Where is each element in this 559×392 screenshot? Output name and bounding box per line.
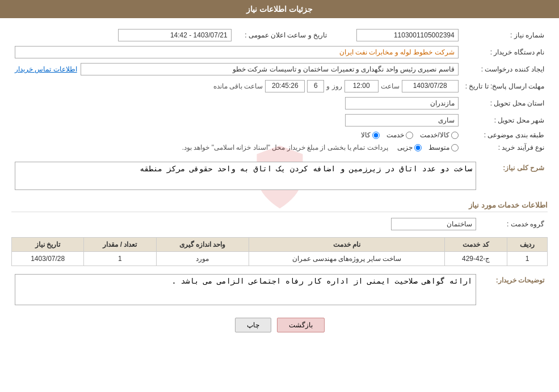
tarikh-elaan-label: تاریخ و ساعت اعلان عمومی : (235, 27, 337, 44)
radio-kala-input[interactable] (372, 132, 380, 139)
shomara-input[interactable]: 1103001105002394 (356, 29, 459, 41)
button-area: بازگشت چاپ (11, 318, 548, 332)
tabaqe-label: طبقه بندی موضوعی : (462, 129, 548, 141)
farayand-label: نوع فرآیند خرید : (462, 141, 548, 154)
content-area: شماره نیاز : 1103001105002394 تاریخ و سا… (0, 18, 559, 349)
radio-khedmat: خدمت (386, 131, 413, 139)
col-tarikh: تاریخ نیاز (12, 238, 84, 252)
page-title: جزئیات اطلاعات نیاز (246, 5, 313, 14)
cell-kod: ج-42-429 (445, 252, 507, 266)
cell-tedad: 1 (84, 252, 156, 266)
sharh-textarea[interactable] (15, 162, 476, 190)
sharh-label: شرح کلی نیاز: (480, 159, 548, 194)
nam-dastgah-label: نام دستگاه خریدار : (462, 44, 548, 61)
remaining-label: ساعت باقی مانده (213, 82, 263, 90)
shomara-value: 1103001105002394 (337, 27, 462, 44)
row-tabaqe: طبقه بندی موضوعی : کالا/خدمت خدمت (11, 129, 548, 141)
roz-label: روز و (326, 82, 342, 90)
main-info-table: شماره نیاز : 1103001105002394 تاریخ و سا… (11, 27, 548, 154)
group-khadmat-table: گروه خدمت : ساختمان (11, 216, 548, 233)
print-button[interactable]: چاپ (235, 318, 271, 332)
farayand-value: متوسط جزیی پرداخت تمام یا بخشی از مبلغ خ… (11, 141, 462, 154)
radio-kala-khedmat-input[interactable] (451, 132, 459, 139)
row-ostan: استان محل تحویل : مازندران (11, 95, 548, 112)
cell-vahed: مورد (156, 252, 249, 266)
tawsifat-value (11, 272, 480, 309)
date-input[interactable]: 1403/07/28 (402, 80, 459, 92)
row-mohlet: مهلت ارسال پاسخ: تا تاریخ : 1403/07/28 س… (11, 78, 548, 95)
cell-nam: ساخت سایر پروژه‌های مهندسی عمران (249, 252, 445, 266)
page-header: جزئیات اطلاعات نیاز (0, 0, 559, 18)
group-khadmat-input[interactable]: ساختمان (391, 218, 476, 230)
ijad-konande-label: ایجاد کننده درخواست : (462, 61, 548, 78)
shahr-value: ساری (11, 112, 462, 129)
radio-khedmat-label: خدمت (386, 131, 404, 139)
services-section-title: اطلاعات خدمات مورد نیاز (11, 201, 548, 212)
shomara-label: شماره نیاز : (462, 27, 548, 44)
ijad-konande-value: قاسم نصیری رئیس واحد نگهداری و تعمیرات س… (11, 61, 462, 78)
tawsifat-table: توضیحات خریدار: (11, 272, 548, 309)
farayand-row: متوسط جزیی پرداخت تمام یا بخشی از مبلغ خ… (15, 144, 459, 151)
sharh-value (11, 159, 480, 194)
page-wrapper: جزئیات اطلاعات نیاز شماره نیاز : 1103001… (0, 0, 559, 392)
back-button[interactable]: بازگشت (277, 318, 325, 332)
service-table-header: ردیف کد خدمت نام خدمت واحد اندازه گیری ت… (12, 238, 548, 252)
row-shomara: شماره نیاز : 1103001105002394 تاریخ و سا… (11, 27, 548, 44)
tawsifat-label: توضیحات خریدار: (480, 272, 548, 309)
tarikh-elaan-value: 1403/07/21 - 14:42 (11, 27, 235, 44)
farayand-desc: پرداخت تمام یا بخشی از مبلغ خریداز محل "… (182, 144, 388, 151)
row-ijad-konande: ایجاد کننده درخواست : قاسم نصیری رئیس وا… (11, 61, 548, 78)
row-farayand: نوع فرآیند خرید : متوسط جزیی (11, 141, 548, 154)
group-khadmat-value: ساختمان (11, 216, 480, 233)
tabaqe-radio-group: کالا/خدمت خدمت کالا (15, 131, 459, 139)
col-radif: ردیف (507, 238, 547, 252)
tabaqe-value: کالا/خدمت خدمت کالا (11, 129, 462, 141)
ostan-label: استان محل تحویل : (462, 95, 548, 112)
cell-radif: 1 (507, 252, 547, 266)
cell-tarikh: 1403/07/28 (12, 252, 84, 266)
col-kod: کد خدمت (445, 238, 507, 252)
sharh-table: شرح کلی نیاز: (11, 159, 548, 194)
ijad-konande-row: قاسم نصیری رئیس واحد نگهداری و تعمیرات س… (15, 63, 459, 75)
row-nam-dastgah: نام دستگاه خریدار : شرکت خطوط لوله و مخا… (11, 44, 548, 61)
radio-jozi-label: جزیی (397, 144, 413, 151)
radio-motevaset-label: متوسط (428, 144, 449, 151)
group-khadmat-row: گروه خدمت : ساختمان (11, 216, 548, 233)
contact-link[interactable]: اطلاعات تماس خریدار (15, 65, 77, 73)
col-vahed: واحد اندازه گیری (156, 238, 249, 252)
mohlet-value: 1403/07/28 ساعت 12:00 روز و 6 20:45:26 س… (11, 78, 462, 95)
radio-kala: کالا (361, 131, 380, 139)
ostan-value: مازندران (11, 95, 462, 112)
sharh-section: شرح کلی نیاز: (11, 159, 548, 194)
nam-dastgah-input[interactable]: شرکت خطوط لوله و مخابرات نفت ایران (15, 46, 459, 58)
tawsifat-textarea[interactable] (15, 274, 476, 305)
tarikh-elaan-input[interactable]: 1403/07/21 - 14:42 (118, 29, 232, 41)
row-shahr: شهر محل تحویل : ساری (11, 112, 548, 129)
ijad-konande-input[interactable]: قاسم نصیری رئیس واحد نگهداری و تعمیرات س… (81, 63, 459, 75)
saat-remaining-input[interactable]: 20:45:26 (265, 80, 305, 92)
col-tedad: تعداد / مقدار (84, 238, 156, 252)
ostan-input[interactable]: مازندران (345, 97, 459, 109)
tawsifat-row: توضیحات خریدار: (11, 272, 548, 309)
mohlet-row: 1403/07/28 ساعت 12:00 روز و 6 20:45:26 س… (15, 80, 459, 92)
time-input[interactable]: 12:00 (344, 80, 379, 92)
service-table: ردیف کد خدمت نام خدمت واحد اندازه گیری ت… (11, 237, 548, 266)
nam-dastgah-value: شرکت خطوط لوله و مخابرات نفت ایران (11, 44, 462, 61)
radio-khedmat-input[interactable] (406, 132, 413, 139)
farayand-radio-group: متوسط جزیی (397, 144, 459, 151)
shahr-input[interactable]: ساری (345, 114, 459, 127)
group-khadmat-label: گروه خدمت : (480, 216, 548, 233)
mohlet-label: مهلت ارسال پاسخ: تا تاریخ : (462, 78, 548, 95)
table-row: 1 ج-42-429 ساخت سایر پروژه‌های مهندسی عم… (12, 252, 548, 266)
radio-jozi: جزیی (397, 144, 422, 151)
roz-input[interactable]: 6 (307, 80, 324, 92)
radio-motevaset-input[interactable] (451, 144, 459, 151)
radio-kala-khedmat-label: کالا/خدمت (420, 131, 449, 139)
col-nam: نام خدمت (249, 238, 445, 252)
radio-kala-label: کالا (361, 131, 371, 139)
saat-label: ساعت (381, 82, 400, 90)
radio-jozi-input[interactable] (414, 144, 422, 151)
radio-kala-khedmat: کالا/خدمت (420, 131, 458, 139)
shahr-label: شهر محل تحویل : (462, 112, 548, 129)
radio-motevaset: متوسط (428, 144, 459, 151)
